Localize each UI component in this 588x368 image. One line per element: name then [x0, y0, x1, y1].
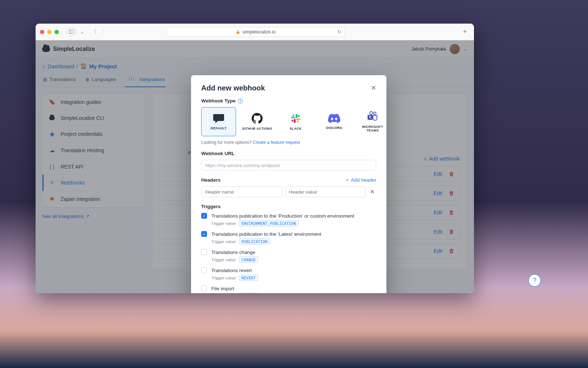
trigger-value-row: Trigger value:REVERT — [211, 275, 376, 281]
svg-text:T: T — [369, 116, 371, 120]
trigger-name: Translations publication to the 'Latest'… — [211, 231, 321, 237]
type-option-github[interactable]: GITHUB ACTIONS — [240, 107, 275, 136]
trigger-value-chip: REVERT — [239, 275, 258, 281]
trigger-item: Translations changeTrigger value:CHANGE — [201, 249, 376, 263]
more-options-prefix: Looking for more options? — [201, 140, 253, 145]
headers-label: Headers — [201, 177, 220, 183]
trigger-name: Translations publication to the 'Product… — [211, 213, 354, 219]
more-options-text: Looking for more options? Create a featu… — [201, 140, 376, 145]
triggers-list: ✓Translations publication to the 'Produc… — [201, 213, 376, 293]
browser-chrome: ⌄ 〈 〉 🔒 simplelocalize.io ↻ + — [36, 24, 474, 40]
discord-icon — [328, 114, 340, 123]
maximize-window-icon[interactable] — [54, 30, 59, 34]
webhook-type-options: DEFAULT GITHUB ACTIONS SLACK DISCORD T M… — [201, 107, 376, 136]
type-option-discord[interactable]: DISCORD — [317, 107, 352, 136]
trigger-name: Translations change — [211, 250, 255, 255]
add-header-button[interactable]: +Add header — [346, 177, 376, 183]
trigger-value-row: Trigger value:PUBLICATION — [211, 238, 376, 244]
trigger-checkbox[interactable] — [201, 249, 207, 255]
type-label: MICROSOFT TEAMS — [357, 125, 386, 132]
minimize-window-icon[interactable] — [47, 30, 52, 34]
svg-rect-0 — [69, 30, 74, 34]
reload-icon[interactable]: ↻ — [337, 29, 341, 35]
forward-icon[interactable]: 〉 — [102, 28, 108, 36]
feature-request-link[interactable]: Create a feature request — [253, 140, 300, 145]
window-controls — [40, 30, 59, 34]
teams-icon: T — [367, 111, 378, 122]
url-bar[interactable]: 🔒 simplelocalize.io ↻ — [167, 27, 345, 37]
back-icon[interactable]: 〈 — [91, 28, 97, 36]
trigger-item: File importTrigger value:IMPORT — [201, 286, 376, 293]
trigger-value-chip: PUBLICATION — [239, 238, 270, 244]
browser-window: ⌄ 〈 〉 🔒 simplelocalize.io ↻ + SimpleLoca… — [36, 24, 474, 293]
trigger-value-label: Trigger value: — [211, 239, 237, 244]
trigger-value-label: Trigger value: — [211, 276, 237, 280]
chat-bubble-icon — [213, 113, 224, 124]
sidebar-toggle-icon[interactable] — [67, 28, 76, 36]
url-text: simplelocalize.io — [242, 29, 275, 35]
github-icon — [252, 113, 263, 124]
type-option-teams[interactable]: T MICROSOFT TEAMS — [355, 107, 386, 136]
trigger-item: ✓Translations publication to the 'Produc… — [201, 213, 376, 226]
slack-icon — [290, 113, 301, 124]
webhook-type-label: Webhook Type ? — [201, 98, 376, 104]
type-option-slack[interactable]: SLACK — [278, 107, 313, 136]
trigger-checkbox[interactable]: ✓ — [201, 213, 207, 219]
svg-point-2 — [374, 112, 376, 115]
trigger-value-row: Trigger value:CHANGE — [211, 256, 376, 263]
header-value-input[interactable] — [285, 186, 366, 197]
lock-icon: 🔒 — [236, 30, 240, 34]
chevron-down-icon[interactable]: ⌄ — [79, 28, 85, 36]
close-icon[interactable]: ✕ — [371, 84, 376, 92]
trigger-checkbox[interactable] — [201, 286, 207, 291]
type-option-default[interactable]: DEFAULT — [201, 107, 236, 136]
type-label: GITHUB ACTIONS — [242, 127, 272, 130]
remove-header-icon[interactable]: ✕ — [369, 189, 376, 195]
svg-point-3 — [370, 112, 373, 114]
trigger-value-chip: CHANGE — [239, 256, 258, 263]
close-window-icon[interactable] — [40, 30, 44, 34]
triggers-label: Triggers — [201, 204, 376, 209]
type-label: SLACK — [289, 127, 301, 130]
trigger-checkbox[interactable] — [201, 267, 207, 273]
label-text: Webhook Type — [201, 98, 236, 104]
add-header-label: Add header — [351, 177, 376, 183]
header-row: ✕ — [201, 186, 376, 197]
webhook-url-input[interactable] — [201, 160, 376, 171]
webhook-url-label: Webhook URL — [201, 151, 376, 156]
new-tab-icon[interactable]: + — [460, 28, 470, 36]
plus-icon: + — [346, 177, 349, 183]
nav-arrows: 〈 〉 — [91, 28, 108, 36]
trigger-value-chip: IMPORT — [239, 293, 258, 293]
trigger-value-label: Trigger value: — [211, 221, 237, 226]
trigger-value-chip: ENVIRONMENT_PUBLICATION — [239, 220, 299, 226]
trigger-name: Translations revert — [211, 268, 252, 273]
trigger-item: Translations revertTrigger value:REVERT — [201, 267, 376, 281]
type-label: DISCORD — [326, 126, 342, 130]
header-name-input[interactable] — [201, 186, 282, 197]
add-webhook-modal: Add new webhook ✕ Webhook Type ? DEFAULT… — [191, 75, 386, 293]
help-fab-button[interactable]: ? — [528, 274, 541, 287]
trigger-value-label: Trigger value: — [211, 258, 237, 262]
modal-title: Add new webhook — [201, 84, 265, 92]
help-icon[interactable]: ? — [238, 98, 243, 104]
trigger-value-row: Trigger value:IMPORT — [211, 293, 376, 293]
trigger-value-row: Trigger value:ENVIRONMENT_PUBLICATION — [211, 220, 376, 226]
trigger-name: File import — [211, 286, 234, 291]
type-label: DEFAULT — [211, 126, 227, 130]
trigger-checkbox[interactable]: ✓ — [201, 231, 207, 237]
trigger-item: ✓Translations publication to the 'Latest… — [201, 231, 376, 244]
